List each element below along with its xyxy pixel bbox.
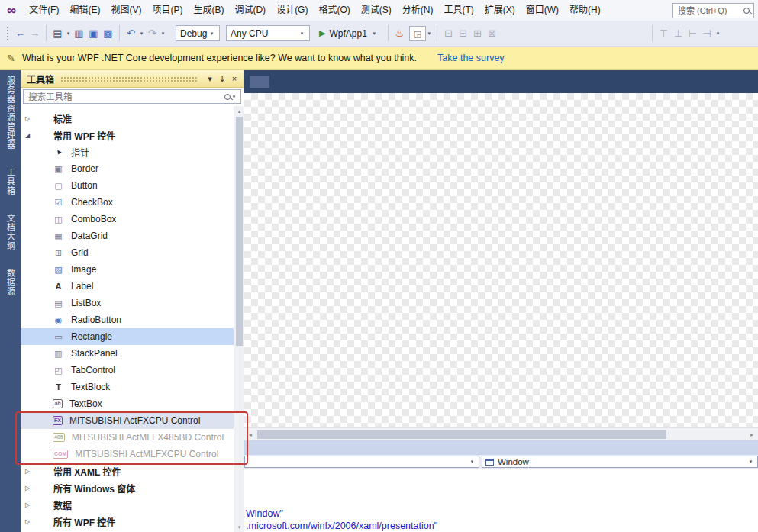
menu-item[interactable]: 生成(B) <box>188 0 229 21</box>
toolbox-item-label: 标准 <box>53 112 72 125</box>
step-into-icon[interactable]: ⊡ <box>441 25 456 42</box>
menu-item[interactable]: 视图(V) <box>105 0 147 21</box>
toolbox-item[interactable]: ▷ 标准 <box>21 110 234 127</box>
document-tab[interactable] <box>250 76 269 88</box>
align-lefts-icon[interactable]: ⊢ <box>685 25 700 42</box>
toolbox-item[interactable]: ▷ 所有 WPF 控件 <box>21 513 234 530</box>
toolbox-item[interactable]: ◉ RadioButton <box>21 311 234 328</box>
quick-search[interactable] <box>672 3 754 18</box>
close-icon[interactable]: × <box>228 74 240 83</box>
xaml-editor[interactable]: Window".microsoft.com/winfx/2006/xaml/pr… <box>244 469 758 532</box>
toolbox-item[interactable]: ⊞ Grid <box>21 244 234 261</box>
menu-item[interactable]: 文件(F) <box>24 0 64 21</box>
menu-item[interactable]: 分析(N) <box>397 0 439 21</box>
toolbar-overflow-icon[interactable]: ▾ <box>714 31 721 37</box>
toolbar-gripper[interactable] <box>6 26 10 41</box>
menu-item[interactable]: 调试(D) <box>229 0 271 21</box>
toolbox-item[interactable]: ▤ ListBox <box>21 295 234 311</box>
toolbox-item[interactable]: T TextBlock <box>21 379 234 395</box>
menu-item[interactable]: 窗口(W) <box>521 0 564 21</box>
hot-reload-icon[interactable]: ♨ <box>392 25 407 42</box>
break-all-icon[interactable]: ⊠ <box>485 25 499 42</box>
workspace: 服务器资源管理器工具箱文档大纲数据源 工具箱 ▾ ↧ × ▾ <box>0 70 758 532</box>
step-over-icon[interactable]: ⊟ <box>456 25 470 42</box>
visual-studio-window: ∞ 文件(F)编辑(E)视图(V)项目(P)生成(B)调试(D)设计(G)格式(… <box>0 0 758 532</box>
element-combo[interactable]: Window ▾ <box>482 456 758 468</box>
solution-platform-combo[interactable]: Any CPU ▾ <box>226 25 310 41</box>
solution-configuration-combo[interactable]: Debug ▾ <box>176 25 220 41</box>
side-tab[interactable]: 数据源 <box>5 269 17 296</box>
toolbox-item[interactable]: FX MITSUBISHI ActFXCPU Control <box>21 412 234 429</box>
toolbox-scrollbar[interactable]: ▴ ▾ <box>234 106 244 532</box>
preview-changes-icon[interactable]: ◲ <box>409 26 426 41</box>
design-surface[interactable] <box>244 93 758 427</box>
navigate-backward-icon[interactable]: ← <box>13 25 27 42</box>
toolbox-item[interactable]: ▷ 常用 XAML 控件 <box>21 463 234 479</box>
menu-item[interactable]: 扩展(X) <box>479 0 521 21</box>
side-tab[interactable]: 服务器资源管理器 <box>5 76 17 150</box>
toolbox-item[interactable]: ▷ 数据 <box>21 496 234 513</box>
menu-item[interactable]: 项目(P) <box>147 0 188 21</box>
toolbox-search-box[interactable]: ▾ <box>23 89 241 104</box>
toolbox-item[interactable]: 485 MITSUBISHI ActMLFX485BD Control <box>21 429 234 446</box>
tool-icon: ▥ <box>53 349 64 359</box>
menu-item[interactable]: 格式(O) <box>313 0 355 21</box>
toolbox-item[interactable]: ▥ StackPanel <box>21 345 234 362</box>
toolbox-item[interactable]: ☑ CheckBox <box>21 194 234 211</box>
pin-icon[interactable]: ↧ <box>216 74 228 84</box>
designer-horizontal-scrollbar[interactable]: ◂ ▸ <box>244 427 758 440</box>
toolbox-item[interactable]: ◫ ComboBox <box>21 211 234 227</box>
toolbox-item[interactable]: ▭ Rectangle <box>21 328 234 345</box>
toolbox-item[interactable]: A Label <box>21 278 234 295</box>
step-out-icon[interactable]: ⊞ <box>470 25 485 42</box>
scroll-up-icon[interactable]: ▴ <box>234 106 244 116</box>
toolbox-item[interactable]: ▣ Border <box>21 160 234 177</box>
add-new-item-icon[interactable]: ▥ <box>72 25 86 42</box>
take-survey-link[interactable]: Take the survey <box>437 53 505 63</box>
side-tab[interactable]: 文档大纲 <box>5 214 17 250</box>
menu-item[interactable]: 工具(T) <box>438 0 479 21</box>
menu-item[interactable]: 设计(G) <box>271 0 313 21</box>
navigate-forward-icon[interactable]: → <box>27 25 42 42</box>
save-all-icon[interactable]: ▩ <box>101 25 115 42</box>
toolbox-item[interactable]: ◰ TabControl <box>21 362 234 379</box>
toolbox-item[interactable]: ▨ Image <box>21 261 234 278</box>
start-debugging-button[interactable]: ▶ WpfApp1 ▾ <box>319 28 378 39</box>
toolbox-item[interactable]: ab TextBox <box>21 395 234 412</box>
chevron-down-icon[interactable]: ▾ <box>65 31 72 37</box>
undo-icon[interactable]: ↶ <box>124 25 138 42</box>
quick-search-input[interactable] <box>676 5 741 16</box>
toolbox-item[interactable]: ▢ Button <box>21 177 234 194</box>
toolbox-search: ▾ <box>21 88 244 106</box>
chevron-down-icon[interactable]: ▾ <box>160 31 166 37</box>
toolbox-item[interactable]: ▦ DataGrid <box>21 227 234 244</box>
align-bottoms-icon[interactable]: ⊥ <box>671 25 685 42</box>
toolbox-item[interactable]: ► 指针 <box>21 143 234 160</box>
chevron-down-icon[interactable]: ▾ <box>426 31 433 37</box>
title-bar-grip[interactable] <box>60 76 198 83</box>
scrollbar-thumb[interactable] <box>257 430 666 439</box>
scroll-right-icon[interactable]: ▸ <box>746 428 758 441</box>
save-icon[interactable]: ▣ <box>86 25 101 42</box>
side-tab[interactable]: 工具箱 <box>5 168 17 195</box>
scroll-left-icon[interactable]: ◂ <box>244 428 256 441</box>
align-rights-icon[interactable]: ⊣ <box>700 25 714 42</box>
scrollbar-thumb[interactable] <box>236 117 243 346</box>
expander-icon: ▷ <box>25 485 35 492</box>
toolbox-search-input[interactable] <box>27 92 222 102</box>
menu-item[interactable]: 帮助(H) <box>564 0 606 21</box>
designer-xaml-splitter[interactable] <box>244 440 758 455</box>
document-outline-combo[interactable]: ▾ <box>244 456 479 468</box>
chevron-down-icon[interactable]: ▾ <box>138 31 145 37</box>
toolbox-item[interactable]: ▷ 所有 Windows 窗体 <box>21 479 234 496</box>
new-project-icon[interactable]: ▤ <box>50 25 65 42</box>
toolbox-item[interactable]: ◢ 常用 WPF 控件 <box>21 127 234 143</box>
toolbox-item-label: CheckBox <box>71 197 113 208</box>
align-tops-icon[interactable]: ⊤ <box>656 25 671 42</box>
menu-item[interactable]: 测试(S) <box>356 0 397 21</box>
menu-item[interactable]: 编辑(E) <box>64 0 105 21</box>
toolbox-item[interactable]: COM MITSUBISHI ActMLFXCPU Control <box>21 446 234 463</box>
window-position-icon[interactable]: ▾ <box>204 74 216 84</box>
redo-icon[interactable]: ↷ <box>145 25 160 42</box>
scroll-down-icon[interactable]: ▾ <box>234 522 244 532</box>
